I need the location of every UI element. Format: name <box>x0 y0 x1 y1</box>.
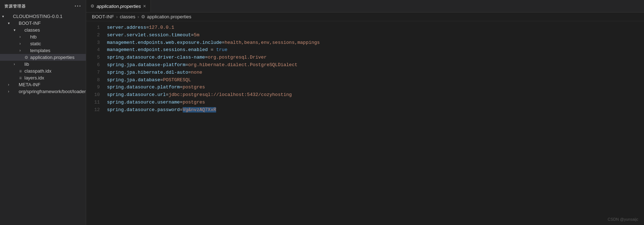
tree-item-label: classes <box>24 27 40 33</box>
code-line: management.endpoints.web.exposure.includ… <box>107 39 644 47</box>
prop-key: server.servlet.session.timeout <box>107 32 191 38</box>
code-line: spring.datasource.username=postgres <box>107 99 644 106</box>
tree-item-classpath-idx[interactable]: ≡classpath.idx <box>0 68 86 74</box>
breadcrumb: BOOT-INF › classes › ⚙ application.prope… <box>86 13 644 21</box>
tree-item-label: templates <box>30 48 50 53</box>
equals-sign: = <box>191 32 194 38</box>
tree-item-label: META-INF <box>19 82 40 87</box>
prop-key: spring.datasource.password <box>107 107 180 112</box>
tree-item-layers-idx[interactable]: ≡layers.idx <box>0 74 86 81</box>
tree-item-static[interactable]: ›static <box>0 40 86 47</box>
line-number: 9 <box>89 84 100 91</box>
prop-key: management.endpoint.sessions.enabled <box>107 47 208 52</box>
tab-application-properties[interactable]: ⚙ application.properties × <box>86 0 151 12</box>
equals-sign: = <box>208 47 216 52</box>
tab-label: application.properties <box>97 4 141 9</box>
tree-item-label: lib <box>24 61 29 67</box>
prop-key: spring.jpa.hibernate.ddl-auto <box>107 70 188 75</box>
editor-area: ⚙ application.properties × BOOT-INF › cl… <box>86 0 644 225</box>
prop-value: org.hibernate.dialect.PostgreSQLDialect <box>188 62 297 68</box>
arrow-icon: › <box>11 62 17 66</box>
line-numbers: 123456789101112 <box>86 21 104 225</box>
tree-item-label: CLOUDHOSTING-0.0.1 <box>13 14 62 19</box>
equals-sign: = <box>188 70 191 75</box>
tree-item-classes[interactable]: ▾classes <box>0 27 86 33</box>
line-number: 5 <box>89 54 100 61</box>
tree-item-org-path[interactable]: ›org/springframework/boot/loader <box>0 88 86 95</box>
tree-item-label: htb <box>30 34 37 40</box>
tree-item-meta-inf[interactable]: ›META-INF <box>0 81 86 88</box>
tree-item-boot-inf[interactable]: ▾BOOT-INF <box>0 20 86 27</box>
breadcrumb-part-2[interactable]: classes <box>120 14 135 19</box>
arrow-icon: › <box>6 83 11 87</box>
code-line: spring.jpa.database=POSTGRESQL <box>107 77 644 84</box>
tree-item-htb[interactable]: ›htb <box>0 33 86 40</box>
prop-value: POSTGRESQL <box>163 77 191 83</box>
sidebar-title: 资源管理器 <box>4 4 25 9</box>
line-number: 3 <box>89 39 100 47</box>
code-line: spring.datasource.url=jdbc:postgresql://… <box>107 91 644 99</box>
tab-close-button[interactable]: × <box>143 4 146 9</box>
code-line: spring.jpa.hibernate.ddl-auto=none <box>107 69 644 77</box>
line-number: 10 <box>89 91 100 99</box>
equals-sign: = <box>180 107 183 112</box>
idx-file-icon: ≡ <box>17 69 24 74</box>
prop-value: postgres <box>183 84 205 90</box>
idx-file-icon: ≡ <box>17 75 24 81</box>
prop-value: 127.0.0.1 <box>149 25 174 30</box>
line-number: 11 <box>89 99 100 106</box>
code-line: spring.datasource.password=Vg&nvzAQ7XxR <box>107 106 644 114</box>
code-line: server.servlet.session.timeout=5m <box>107 32 644 39</box>
code-line: management.endpoint.sessions.enabled = t… <box>107 46 644 54</box>
equals-sign: = <box>180 100 183 105</box>
breadcrumb-part-3: application.properties <box>147 14 191 19</box>
sidebar: 资源管理器 ··· ▾CLOUDHOSTING-0.0.1▾BOOT-INF▾c… <box>0 0 86 225</box>
tree-item-label: BOOT-INF <box>19 20 41 26</box>
arrow-icon: ▾ <box>11 28 17 32</box>
tree-item-templates[interactable]: ›templates <box>0 47 86 54</box>
equals-sign: = <box>166 92 169 97</box>
prop-value: jdbc:postgresql://localhost:5432/cozyhos… <box>169 92 292 97</box>
tab-gear-icon: ⚙ <box>90 4 94 9</box>
prop-value-highlighted: Vg&nvzAQ7XxR <box>183 107 216 112</box>
equals-sign: = <box>205 55 208 60</box>
equals-sign: = <box>180 84 183 90</box>
line-number: 7 <box>89 69 100 77</box>
code-line: spring.jpa.database-platform=org.hiberna… <box>107 61 644 69</box>
sidebar-header: 资源管理器 ··· <box>0 0 86 12</box>
file-tree: ▾CLOUDHOSTING-0.0.1▾BOOT-INF▾classes›htb… <box>0 12 86 225</box>
equals-sign: = <box>160 77 163 83</box>
line-number: 6 <box>89 61 100 69</box>
tree-item-label: classpath.idx <box>24 68 51 74</box>
prop-value: org.postgresql.Driver <box>208 55 267 60</box>
code-line: spring.datasource.driver-class-name=org.… <box>107 54 644 61</box>
arrow-icon: › <box>17 42 23 46</box>
code-editor[interactable]: 123456789101112 server.address=127.0.0.1… <box>86 21 644 225</box>
sidebar-menu-button[interactable]: ··· <box>75 3 81 9</box>
code-line: spring.datasource.platform=postgres <box>107 84 644 91</box>
tabs-bar: ⚙ application.properties × <box>86 0 644 13</box>
prop-key: management.endpoints.web.exposure.includ… <box>107 40 222 45</box>
gear-file-icon: ⚙ <box>23 55 29 60</box>
prop-key: spring.datasource.url <box>107 92 166 97</box>
prop-key: spring.datasource.username <box>107 100 180 105</box>
code-line: server.address=127.0.0.1 <box>107 24 644 32</box>
arrow-icon: ▾ <box>6 21 11 25</box>
prop-value: postgres <box>183 100 205 105</box>
prop-key: spring.jpa.database <box>107 77 160 83</box>
arrow-icon: › <box>6 89 11 93</box>
prop-key: server.address <box>107 25 146 30</box>
equals-sign: = <box>146 25 149 30</box>
line-number: 8 <box>89 77 100 84</box>
breadcrumb-part-1[interactable]: BOOT-INF <box>92 14 114 19</box>
prop-value: 5m <box>194 32 200 38</box>
prop-value: true <box>216 47 227 52</box>
tree-item-label: layers.idx <box>24 75 44 81</box>
tree-item-root[interactable]: ▾CLOUDHOSTING-0.0.1 <box>0 13 86 20</box>
breadcrumb-sep-2: › <box>137 14 139 19</box>
tree-item-lib[interactable]: ›lib <box>0 61 86 68</box>
tree-item-app-props[interactable]: ⚙application.properties <box>0 54 86 61</box>
breadcrumb-sep-1: › <box>116 14 117 19</box>
prop-key: spring.datasource.driver-class-name <box>107 55 205 60</box>
arrow-icon: › <box>17 49 23 52</box>
